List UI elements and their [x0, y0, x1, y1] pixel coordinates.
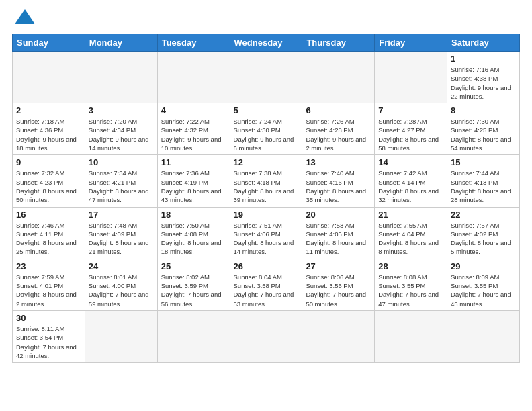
calendar-week-3: 16Sunrise: 7:46 AM Sunset: 4:11 PM Dayli… — [13, 207, 520, 259]
day-info: Sunrise: 7:50 AM Sunset: 4:08 PM Dayligh… — [161, 221, 226, 257]
calendar-cell: 3Sunrise: 7:20 AM Sunset: 4:34 PM Daylig… — [85, 103, 157, 155]
day-number: 21 — [378, 210, 443, 220]
calendar-cell — [157, 52, 230, 103]
calendar-cell: 24Sunrise: 8:01 AM Sunset: 4:00 PM Dayli… — [85, 259, 157, 310]
calendar-cell — [375, 52, 447, 103]
calendar-cell — [13, 52, 85, 103]
calendar-cell — [375, 310, 447, 362]
day-info: Sunrise: 8:11 AM Sunset: 3:54 PM Dayligh… — [16, 324, 81, 360]
day-info: Sunrise: 7:24 AM Sunset: 4:30 PM Dayligh… — [234, 117, 299, 152]
day-info: Sunrise: 7:32 AM Sunset: 4:23 PM Dayligh… — [16, 169, 81, 204]
calendar-cell: 18Sunrise: 7:50 AM Sunset: 4:08 PM Dayli… — [157, 207, 230, 259]
weekday-header-row: SundayMondayTuesdayWednesdayThursdayFrid… — [13, 34, 520, 52]
day-number: 2 — [16, 105, 81, 116]
day-info: Sunrise: 7:59 AM Sunset: 4:01 PM Dayligh… — [16, 273, 81, 308]
day-number: 7 — [378, 105, 443, 116]
day-info: Sunrise: 7:30 AM Sunset: 4:25 PM Dayligh… — [451, 117, 516, 152]
weekday-monday: Monday — [85, 34, 157, 52]
calendar-cell: 13Sunrise: 7:40 AM Sunset: 4:16 PM Dayli… — [302, 155, 375, 207]
day-number: 8 — [451, 105, 516, 116]
calendar-cell: 19Sunrise: 7:51 AM Sunset: 4:06 PM Dayli… — [230, 207, 302, 259]
header — [12, 12, 520, 27]
logo — [12, 12, 35, 27]
calendar-cell: 26Sunrise: 8:04 AM Sunset: 3:58 PM Dayli… — [230, 259, 302, 310]
calendar-cell — [230, 52, 302, 103]
day-info: Sunrise: 7:22 AM Sunset: 4:32 PM Dayligh… — [161, 117, 226, 152]
day-number: 15 — [451, 157, 516, 167]
calendar-cell: 10Sunrise: 7:34 AM Sunset: 4:21 PM Dayli… — [85, 155, 157, 207]
calendar-cell — [85, 310, 157, 362]
calendar-cell: 23Sunrise: 7:59 AM Sunset: 4:01 PM Dayli… — [13, 259, 85, 310]
day-info: Sunrise: 7:26 AM Sunset: 4:28 PM Dayligh… — [306, 117, 371, 152]
calendar-cell: 29Sunrise: 8:09 AM Sunset: 3:55 PM Dayli… — [447, 259, 520, 310]
weekday-thursday: Thursday — [302, 34, 375, 52]
day-number: 20 — [306, 210, 371, 220]
day-info: Sunrise: 7:34 AM Sunset: 4:21 PM Dayligh… — [89, 169, 154, 204]
calendar-cell: 28Sunrise: 8:08 AM Sunset: 3:55 PM Dayli… — [375, 259, 447, 310]
day-info: Sunrise: 8:08 AM Sunset: 3:55 PM Dayligh… — [378, 273, 443, 308]
calendar-cell — [302, 310, 375, 362]
day-number: 12 — [234, 157, 299, 167]
day-info: Sunrise: 7:40 AM Sunset: 4:16 PM Dayligh… — [306, 169, 371, 204]
weekday-friday: Friday — [375, 34, 447, 52]
weekday-saturday: Saturday — [447, 34, 520, 52]
day-info: Sunrise: 7:18 AM Sunset: 4:36 PM Dayligh… — [16, 117, 81, 152]
day-number: 3 — [89, 105, 154, 116]
day-number: 27 — [306, 261, 371, 271]
day-number: 19 — [234, 210, 299, 220]
calendar-cell: 1Sunrise: 7:16 AM Sunset: 4:38 PM Daylig… — [447, 52, 520, 103]
day-number: 4 — [161, 105, 226, 116]
calendar-cell: 16Sunrise: 7:46 AM Sunset: 4:11 PM Dayli… — [13, 207, 85, 259]
day-number: 29 — [451, 261, 516, 271]
day-info: Sunrise: 7:51 AM Sunset: 4:06 PM Dayligh… — [234, 221, 299, 257]
day-number: 6 — [306, 105, 371, 116]
calendar: SundayMondayTuesdayWednesdayThursdayFrid… — [12, 34, 520, 363]
calendar-cell: 17Sunrise: 7:48 AM Sunset: 4:09 PM Dayli… — [85, 207, 157, 259]
day-info: Sunrise: 7:48 AM Sunset: 4:09 PM Dayligh… — [89, 221, 154, 257]
calendar-cell: 7Sunrise: 7:28 AM Sunset: 4:27 PM Daylig… — [375, 103, 447, 155]
day-info: Sunrise: 7:44 AM Sunset: 4:13 PM Dayligh… — [451, 169, 516, 204]
day-number: 17 — [89, 210, 154, 220]
day-number: 28 — [378, 261, 443, 271]
page: SundayMondayTuesdayWednesdayThursdayFrid… — [0, 0, 532, 369]
calendar-cell — [447, 310, 520, 362]
calendar-week-5: 30Sunrise: 8:11 AM Sunset: 3:54 PM Dayli… — [13, 310, 520, 362]
calendar-cell: 14Sunrise: 7:42 AM Sunset: 4:14 PM Dayli… — [375, 155, 447, 207]
day-info: Sunrise: 8:01 AM Sunset: 4:00 PM Dayligh… — [89, 273, 154, 308]
day-number: 18 — [161, 210, 226, 220]
day-info: Sunrise: 8:04 AM Sunset: 3:58 PM Dayligh… — [234, 273, 299, 308]
day-number: 14 — [378, 157, 443, 167]
weekday-tuesday: Tuesday — [157, 34, 230, 52]
calendar-week-0: 1Sunrise: 7:16 AM Sunset: 4:38 PM Daylig… — [13, 52, 520, 103]
calendar-cell: 8Sunrise: 7:30 AM Sunset: 4:25 PM Daylig… — [447, 103, 520, 155]
day-info: Sunrise: 7:46 AM Sunset: 4:11 PM Dayligh… — [16, 221, 81, 257]
calendar-cell — [85, 52, 157, 103]
calendar-cell — [157, 310, 230, 362]
day-info: Sunrise: 7:55 AM Sunset: 4:04 PM Dayligh… — [378, 221, 443, 257]
day-number: 16 — [16, 210, 81, 220]
calendar-cell: 15Sunrise: 7:44 AM Sunset: 4:13 PM Dayli… — [447, 155, 520, 207]
day-info: Sunrise: 7:28 AM Sunset: 4:27 PM Dayligh… — [378, 117, 443, 152]
calendar-cell: 21Sunrise: 7:55 AM Sunset: 4:04 PM Dayli… — [375, 207, 447, 259]
day-number: 26 — [234, 261, 299, 271]
calendar-cell: 27Sunrise: 8:06 AM Sunset: 3:56 PM Dayli… — [302, 259, 375, 310]
calendar-cell: 11Sunrise: 7:36 AM Sunset: 4:19 PM Dayli… — [157, 155, 230, 207]
calendar-cell: 9Sunrise: 7:32 AM Sunset: 4:23 PM Daylig… — [13, 155, 85, 207]
calendar-cell: 6Sunrise: 7:26 AM Sunset: 4:28 PM Daylig… — [302, 103, 375, 155]
day-info: Sunrise: 7:42 AM Sunset: 4:14 PM Dayligh… — [378, 169, 443, 204]
calendar-cell: 4Sunrise: 7:22 AM Sunset: 4:32 PM Daylig… — [157, 103, 230, 155]
day-number: 22 — [451, 210, 516, 220]
calendar-cell: 25Sunrise: 8:02 AM Sunset: 3:59 PM Dayli… — [157, 259, 230, 310]
day-number: 10 — [89, 157, 154, 167]
calendar-cell: 20Sunrise: 7:53 AM Sunset: 4:05 PM Dayli… — [302, 207, 375, 259]
day-number: 24 — [89, 261, 154, 271]
day-number: 23 — [16, 261, 81, 271]
day-info: Sunrise: 8:06 AM Sunset: 3:56 PM Dayligh… — [306, 273, 371, 308]
day-info: Sunrise: 7:38 AM Sunset: 4:18 PM Dayligh… — [234, 169, 299, 204]
calendar-cell: 12Sunrise: 7:38 AM Sunset: 4:18 PM Dayli… — [230, 155, 302, 207]
calendar-week-2: 9Sunrise: 7:32 AM Sunset: 4:23 PM Daylig… — [13, 155, 520, 207]
day-info: Sunrise: 8:02 AM Sunset: 3:59 PM Dayligh… — [161, 273, 226, 308]
day-number: 11 — [161, 157, 226, 167]
day-number: 25 — [161, 261, 226, 271]
calendar-week-4: 23Sunrise: 7:59 AM Sunset: 4:01 PM Dayli… — [13, 259, 520, 310]
